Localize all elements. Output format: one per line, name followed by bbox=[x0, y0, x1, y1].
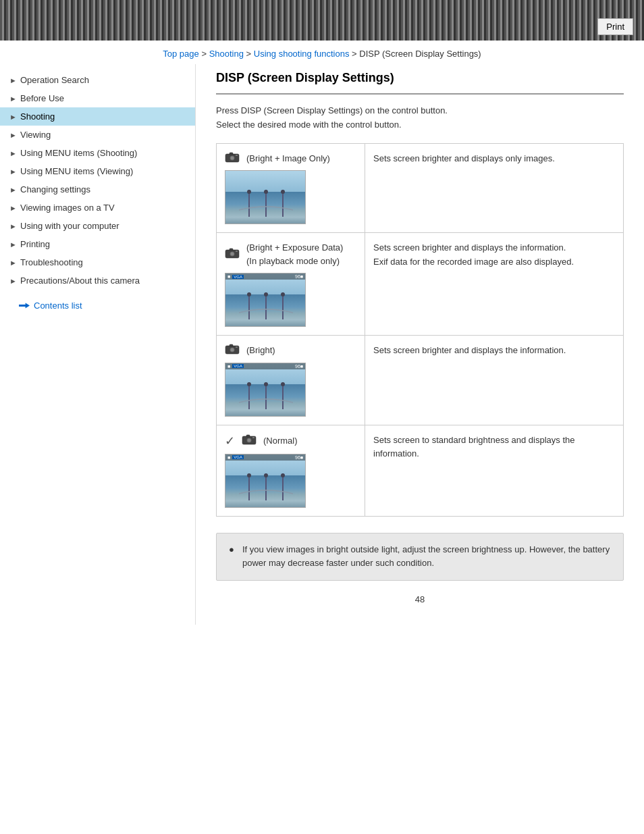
sidebar-item-before-use[interactable]: ►Before Use bbox=[0, 89, 195, 107]
sidebar-item-using-menu-shooting[interactable]: ►Using MENU items (Shooting) bbox=[0, 144, 195, 162]
svg-point-30 bbox=[247, 382, 251, 386]
page-layout: ►Operation Search►Before Use►Shooting►Vi… bbox=[0, 64, 644, 625]
table-row: ✓ (Normal)■VGA96■ Sets screen to standar… bbox=[217, 425, 624, 516]
intro-line1: Press DISP (Screen Display Settings) on … bbox=[216, 104, 624, 118]
svg-point-2 bbox=[231, 156, 234, 159]
main-content: DISP (Screen Display Settings) Press DIS… bbox=[196, 64, 644, 625]
top-bar: Print bbox=[0, 0, 644, 41]
svg-point-41 bbox=[247, 473, 251, 477]
arrow-icon: ► bbox=[9, 149, 16, 157]
mode-description: Sets screen to standard brightness and d… bbox=[373, 434, 615, 462]
arrow-icon: ► bbox=[9, 76, 16, 84]
sidebar-item-viewing-tv[interactable]: ►Viewing images on a TV bbox=[0, 199, 195, 217]
sidebar: ►Operation Search►Before Use►Shooting►Vi… bbox=[0, 64, 196, 625]
breadcrumb-current: DISP (Screen Display Settings) bbox=[359, 49, 481, 59]
mode-label: (Bright + Image Only) bbox=[246, 152, 330, 165]
page-number: 48 bbox=[216, 594, 624, 604]
svg-point-43 bbox=[281, 473, 285, 477]
arrow-icon: ► bbox=[9, 113, 16, 121]
camera-thumbnail: ■VGA96■ bbox=[225, 273, 306, 327]
camera-icon bbox=[225, 248, 242, 261]
note-bullet: ● If you view images in bright outside l… bbox=[229, 543, 611, 571]
svg-rect-15 bbox=[236, 251, 238, 252]
mode-label: (Bright + Exposure Data)(In playback mod… bbox=[246, 241, 343, 267]
camera-icon bbox=[225, 344, 242, 357]
svg-rect-4 bbox=[236, 155, 238, 156]
mode-icon-area: ✓ (Normal) bbox=[225, 434, 356, 448]
svg-point-20 bbox=[264, 292, 268, 296]
arrow-icon: ► bbox=[9, 167, 16, 176]
page-title-section: DISP (Screen Display Settings) bbox=[216, 71, 624, 95]
mode-icon-area: (Bright + Exposure Data)(In playback mod… bbox=[225, 241, 356, 267]
svg-point-42 bbox=[264, 473, 268, 477]
mode-icon-area: (Bright) bbox=[225, 344, 356, 357]
arrow-icon: ► bbox=[9, 240, 16, 249]
svg-point-13 bbox=[231, 253, 234, 256]
sidebar-item-viewing[interactable]: ►Viewing bbox=[0, 126, 195, 144]
arrow-icon bbox=[19, 303, 30, 309]
svg-point-19 bbox=[247, 292, 251, 296]
svg-point-35 bbox=[248, 439, 251, 442]
arrow-icon: ► bbox=[9, 95, 16, 103]
svg-rect-25 bbox=[230, 344, 233, 346]
svg-point-31 bbox=[264, 382, 268, 386]
svg-point-9 bbox=[264, 190, 268, 194]
svg-point-32 bbox=[281, 382, 285, 386]
arrow-icon: ► bbox=[9, 222, 16, 230]
svg-rect-36 bbox=[246, 435, 250, 437]
table-row: (Bright)■VGA96■ Sets screen brighter and… bbox=[217, 336, 624, 425]
svg-rect-3 bbox=[230, 153, 233, 155]
camera-icon bbox=[225, 152, 242, 165]
note-box: ● If you view images in bright outside l… bbox=[216, 533, 624, 581]
sidebar-item-operation-search[interactable]: ►Operation Search bbox=[0, 71, 195, 89]
print-button[interactable]: Print bbox=[597, 18, 633, 35]
camera-thumbnail: ■VGA96■ bbox=[225, 363, 306, 417]
mode-description: Sets screen brighter and displays the in… bbox=[373, 344, 615, 358]
breadcrumb-shooting[interactable]: Shooting bbox=[209, 49, 244, 59]
camera-thumbnail: ■VGA96■ bbox=[225, 454, 306, 508]
checkmark-icon: ✓ bbox=[225, 434, 235, 448]
arrow-icon: ► bbox=[9, 259, 16, 267]
svg-rect-26 bbox=[236, 346, 238, 348]
camera-icon bbox=[242, 434, 259, 447]
sidebar-item-using-computer[interactable]: ►Using with your computer bbox=[0, 217, 195, 235]
camera-thumbnail bbox=[225, 170, 306, 224]
svg-point-24 bbox=[231, 348, 234, 352]
table-row: (Bright + Exposure Data)(In playback mod… bbox=[217, 233, 624, 336]
arrow-icon: ► bbox=[9, 186, 16, 194]
note-text: If you view images in bright outside lig… bbox=[242, 543, 611, 571]
table-row: (Bright + Image Only) Sets screen bright… bbox=[217, 143, 624, 233]
contents-list-label: Contents list bbox=[34, 301, 82, 311]
sidebar-item-shooting[interactable]: ►Shooting bbox=[0, 107, 195, 126]
arrow-icon: ► bbox=[9, 204, 16, 212]
mode-icon-area: (Bright + Image Only) bbox=[225, 152, 356, 165]
svg-point-10 bbox=[281, 190, 285, 194]
mode-description: Sets screen brighter and displays the in… bbox=[373, 241, 615, 269]
breadcrumb-using-shooting[interactable]: Using shooting functions bbox=[254, 49, 350, 59]
breadcrumb-top[interactable]: Top page bbox=[163, 49, 199, 59]
arrow-icon: ► bbox=[9, 131, 16, 139]
mode-label: (Normal) bbox=[263, 434, 298, 448]
sidebar-item-precautions[interactable]: ►Precautions/About this camera bbox=[0, 271, 195, 290]
sidebar-item-printing[interactable]: ►Printing bbox=[0, 235, 195, 253]
mode-label: (Bright) bbox=[246, 344, 275, 357]
arrow-icon: ► bbox=[9, 277, 16, 285]
sidebar-item-changing-settings[interactable]: ►Changing settings bbox=[0, 180, 195, 199]
svg-rect-37 bbox=[252, 437, 254, 438]
breadcrumb: Top page > Shooting > Using shooting fun… bbox=[0, 41, 644, 64]
contents-list-link[interactable]: Contents list bbox=[9, 295, 195, 316]
intro-line2: Select the desired mode with the control… bbox=[216, 118, 624, 132]
svg-rect-14 bbox=[230, 249, 233, 251]
mode-table: (Bright + Image Only) Sets screen bright… bbox=[216, 143, 624, 517]
page-title: DISP (Screen Display Settings) bbox=[216, 71, 624, 88]
svg-point-8 bbox=[247, 190, 251, 194]
sidebar-item-using-menu-viewing[interactable]: ►Using MENU items (Viewing) bbox=[0, 162, 195, 180]
svg-point-21 bbox=[281, 292, 285, 296]
intro-text: Press DISP (Screen Display Settings) on … bbox=[216, 104, 624, 132]
sidebar-item-troubleshooting[interactable]: ►Troubleshooting bbox=[0, 253, 195, 271]
mode-description: Sets screen brighter and displays only i… bbox=[373, 152, 615, 166]
